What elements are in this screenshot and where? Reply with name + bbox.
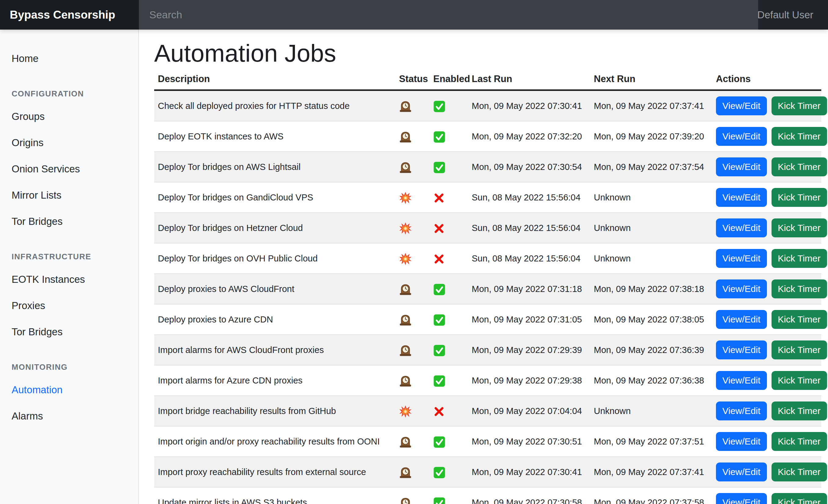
column-header-description: Description — [154, 71, 396, 90]
kick-timer-button[interactable]: Kick Timer — [772, 462, 827, 482]
job-status-cell — [396, 243, 429, 274]
sidebar-item-origins[interactable]: Origins — [12, 130, 131, 156]
next-run-cell: Mon, 09 May 2022 07:36:39 — [590, 335, 712, 365]
kick-timer-button[interactable]: Kick Timer — [772, 371, 827, 390]
view-edit-button[interactable]: View/Edit — [716, 340, 767, 359]
kick-timer-button[interactable]: Kick Timer — [772, 279, 827, 299]
sidebar-item-eotk-instances[interactable]: EOTK Instances — [12, 266, 131, 292]
check-icon — [433, 162, 446, 172]
view-edit-button[interactable]: View/Edit — [716, 371, 767, 390]
cross-icon — [433, 254, 445, 263]
next-run-cell: Mon, 09 May 2022 07:37:41 — [590, 457, 712, 487]
kick-timer-button[interactable]: Kick Timer — [772, 493, 827, 504]
job-enabled-cell — [429, 457, 468, 487]
job-description: Update mirror lists in AWS S3 buckets — [154, 487, 396, 504]
kick-timer-button[interactable]: Kick Timer — [772, 340, 827, 359]
sidebar-item-alarms[interactable]: Alarms — [12, 403, 131, 429]
kick-timer-button[interactable]: Kick Timer — [772, 219, 827, 237]
job-description: Deploy proxies to Azure CDN — [154, 304, 396, 335]
view-edit-button[interactable]: View/Edit — [716, 188, 767, 207]
check-icon — [433, 437, 446, 446]
last-run-cell: Mon, 09 May 2022 07:04:04 — [468, 396, 590, 426]
view-edit-button[interactable]: View/Edit — [716, 493, 767, 504]
job-enabled-cell — [429, 121, 468, 152]
mantel-clock-icon — [399, 162, 412, 172]
actions-cell: View/EditKick Timer — [712, 90, 821, 122]
app-brand[interactable]: Bypass Censorship — [0, 0, 139, 30]
column-header-status: Status — [396, 71, 429, 90]
job-enabled-cell — [429, 335, 468, 365]
mantel-clock-icon — [399, 345, 412, 355]
sidebar-item-home[interactable]: Home — [12, 45, 131, 72]
check-icon — [433, 498, 446, 504]
next-run-cell: Mon, 09 May 2022 07:38:05 — [590, 304, 712, 335]
sidebar-item-groups[interactable]: Groups — [12, 103, 131, 130]
table-row: Deploy proxies to AWS CloudFrontMon, 09 … — [154, 274, 821, 304]
job-status-cell — [396, 274, 429, 304]
mantel-clock-icon — [399, 467, 412, 476]
job-status-cell — [396, 121, 429, 152]
next-run-cell: Mon, 09 May 2022 07:37:41 — [590, 90, 712, 122]
job-enabled-cell — [429, 304, 468, 335]
sidebar: HomeCONFIGURATIONGroupsOriginsOnion Serv… — [0, 30, 139, 504]
view-edit-button[interactable]: View/Edit — [716, 96, 767, 115]
sidebar-item-proxies[interactable]: Proxies — [12, 292, 131, 319]
check-icon — [433, 345, 446, 355]
view-edit-button[interactable]: View/Edit — [716, 462, 767, 482]
actions-cell: View/EditKick Timer — [712, 304, 821, 335]
kick-timer-button[interactable]: Kick Timer — [772, 188, 827, 207]
cross-icon — [433, 192, 445, 202]
view-edit-button[interactable]: View/Edit — [716, 127, 767, 146]
collision-icon — [399, 192, 412, 202]
view-edit-button[interactable]: View/Edit — [716, 310, 767, 329]
sidebar-heading-infrastructure: INFRASTRUCTURE — [12, 252, 131, 262]
table-row: Update mirror lists in AWS S3 bucketsMon… — [154, 487, 821, 504]
view-edit-button[interactable]: View/Edit — [716, 402, 767, 420]
table-row: Import proxy reachability results from e… — [154, 457, 821, 487]
view-edit-button[interactable]: View/Edit — [716, 157, 767, 176]
check-icon — [433, 375, 446, 385]
sidebar-item-mirror-lists[interactable]: Mirror Lists — [12, 182, 131, 209]
search-input[interactable] — [139, 0, 758, 30]
job-enabled-cell — [429, 213, 468, 243]
job-description: Import proxy reachability results from e… — [154, 457, 396, 487]
next-run-cell: Mon, 09 May 2022 07:38:18 — [590, 274, 712, 304]
kick-timer-button[interactable]: Kick Timer — [772, 249, 827, 268]
mantel-clock-icon — [399, 436, 412, 446]
view-edit-button[interactable]: View/Edit — [716, 249, 767, 268]
kick-timer-button[interactable]: Kick Timer — [772, 432, 827, 451]
mantel-clock-icon — [399, 131, 412, 141]
job-status-cell — [396, 213, 429, 243]
actions-cell: View/EditKick Timer — [712, 487, 821, 504]
page-title: Automation Jobs — [154, 41, 821, 66]
view-edit-button[interactable]: View/Edit — [716, 279, 767, 299]
job-enabled-cell — [429, 90, 468, 122]
kick-timer-button[interactable]: Kick Timer — [772, 157, 827, 176]
user-menu[interactable]: Default User — [758, 0, 828, 30]
view-edit-button[interactable]: View/Edit — [716, 219, 767, 237]
job-description: Import bridge reachability results from … — [154, 396, 396, 426]
last-run-cell: Mon, 09 May 2022 07:31:05 — [468, 304, 590, 335]
table-row: Deploy proxies to Azure CDNMon, 09 May 2… — [154, 304, 821, 335]
kick-timer-button[interactable]: Kick Timer — [772, 310, 827, 329]
sidebar-item-onion-services[interactable]: Onion Services — [12, 156, 131, 182]
view-edit-button[interactable]: View/Edit — [716, 432, 767, 451]
top-navbar: Bypass Censorship Default User — [0, 0, 828, 30]
kick-timer-button[interactable]: Kick Timer — [772, 96, 827, 115]
kick-timer-button[interactable]: Kick Timer — [772, 127, 827, 146]
actions-cell: View/EditKick Timer — [712, 182, 821, 213]
next-run-cell: Mon, 09 May 2022 07:37:58 — [590, 487, 712, 504]
table-row: Import bridge reachability results from … — [154, 396, 821, 426]
table-row: Import alarms for AWS CloudFront proxies… — [154, 335, 821, 365]
sidebar-item-automation[interactable]: Automation — [12, 377, 131, 403]
last-run-cell: Mon, 09 May 2022 07:30:54 — [468, 152, 590, 182]
sidebar-heading-monitoring: MONITORING — [12, 362, 131, 372]
job-enabled-cell — [429, 274, 468, 304]
sidebar-item-tor-bridges[interactable]: Tor Bridges — [12, 209, 131, 235]
sidebar-item-tor-bridges-2[interactable]: Tor Bridges — [12, 319, 131, 345]
collision-icon — [399, 253, 412, 263]
table-header-row: DescriptionStatusEnabledLast RunNext Run… — [154, 71, 821, 90]
kick-timer-button[interactable]: Kick Timer — [772, 402, 827, 420]
table-row: Deploy EOTK instances to AWSMon, 09 May … — [154, 121, 821, 152]
actions-cell: View/EditKick Timer — [712, 396, 821, 426]
